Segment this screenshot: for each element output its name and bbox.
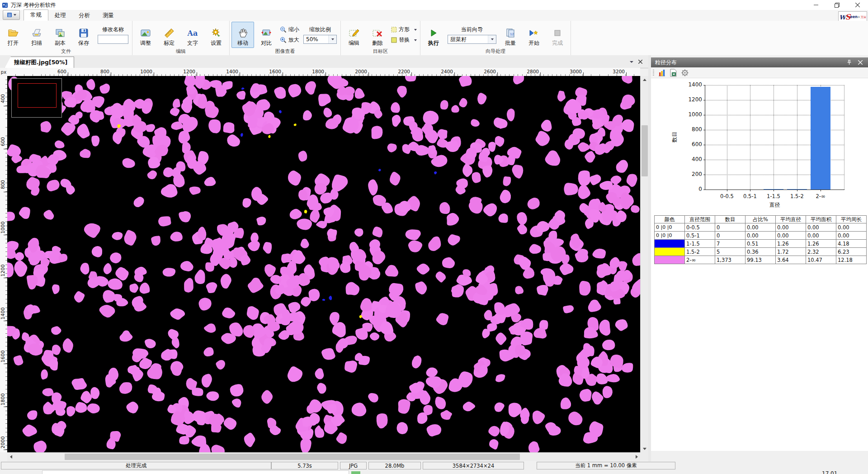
navigator-viewport-rect[interactable]: [18, 83, 57, 108]
hand-icon: [238, 27, 247, 39]
table-cell: 0.00: [745, 223, 776, 232]
close-button[interactable]: [847, 0, 868, 10]
scroll-left-button[interactable]: [7, 453, 14, 461]
v-ruler-label: 1200: [0, 261, 5, 280]
table-header-cell[interactable]: 平均直径: [776, 216, 806, 223]
table-cell: 0.00: [836, 223, 867, 232]
chart-gridline-v: [727, 85, 727, 190]
overview-navigator[interactable]: [11, 78, 62, 118]
h-ruler-tick: [326, 72, 326, 76]
chart-ytick-label: 0: [679, 186, 702, 192]
table-header-cell[interactable]: 颜色: [655, 216, 685, 223]
table-cell: 12.18: [836, 256, 867, 264]
tab-celiang[interactable]: 测量: [96, 10, 120, 21]
contrast-button[interactable]: 对比: [255, 22, 278, 48]
table-cell: 0: [715, 223, 745, 232]
move-button[interactable]: 移动: [231, 22, 254, 48]
table-header-cell[interactable]: 占比%: [745, 216, 776, 223]
horizontal-scroll-thumb[interactable]: [65, 454, 520, 460]
h-ruler-tick: [154, 72, 154, 76]
tab-chuli[interactable]: 处理: [48, 10, 72, 21]
horizontal-ruler: 6008001000120014001600180020002200240026…: [7, 68, 640, 76]
horizontal-scrollbar[interactable]: [7, 452, 640, 461]
h-ruler-label: 1400: [213, 69, 238, 74]
table-header-cell[interactable]: 数目: [715, 216, 745, 223]
open-button[interactable]: 打开: [2, 22, 24, 48]
document-tab[interactable]: 辣椒籽图.jpg[50%]: [5, 57, 74, 68]
pin-icon[interactable]: [847, 60, 852, 65]
v-ruler-label: 1600: [0, 347, 5, 365]
export-excel-button[interactable]: [670, 69, 677, 77]
replace-button[interactable]: 替换: [390, 36, 418, 45]
copy-images-icon: [55, 27, 66, 39]
clipped-white-area: [42, 470, 349, 474]
chart-ylabel: 数目: [671, 128, 677, 146]
batch-button[interactable]: 12 批量: [499, 22, 522, 48]
table-header-cell[interactable]: 平均面积: [806, 216, 836, 223]
chart-ytick-label: 1200: [679, 96, 702, 103]
chart-xtick-mark: [797, 190, 797, 191]
vertical-scroll-thumb[interactable]: [642, 125, 648, 176]
execute-button[interactable]: 执行: [422, 22, 445, 48]
scroll-down-button[interactable]: [641, 445, 649, 452]
table-header-cell[interactable]: 直径范围: [685, 216, 715, 223]
chart-type-button[interactable]: [658, 69, 666, 77]
table-row[interactable]: 0 |0 |00.5-100.000.000.000.00: [655, 232, 867, 240]
panel-close-icon[interactable]: [858, 60, 863, 65]
group-label-wizard: 向导处理: [422, 48, 569, 55]
table-cell: 3.64: [776, 256, 806, 264]
table-cell: 0.00: [806, 232, 836, 240]
rename-input[interactable]: [98, 35, 128, 44]
zoom-ratio-label: 缩放比例: [309, 26, 331, 33]
chart-settings-button[interactable]: [681, 69, 689, 77]
square-dashed-icon: [391, 27, 397, 33]
restore-icon: [835, 3, 840, 8]
app-menu-button[interactable]: [3, 10, 20, 20]
text-button[interactable]: Aa 文字: [181, 22, 204, 48]
save-button[interactable]: 保存: [72, 22, 95, 48]
h-ruler-label: 2400: [428, 69, 453, 74]
zoom-in-button[interactable]: 放大: [278, 36, 301, 45]
edit-target-button[interactable]: 编辑: [343, 22, 365, 48]
ribbon-tab-row: 常规 处理 分析 测量 WSeen®万深: [0, 10, 868, 21]
table-row[interactable]: 0 |0 |00-0.500.000.000.000.00: [655, 223, 867, 232]
settings-button[interactable]: 设置: [205, 22, 227, 48]
h-ruler-tick: [454, 72, 455, 76]
start-play-icon: [529, 27, 538, 39]
square-select-button[interactable]: 方形: [390, 25, 418, 34]
chart-gridline-v: [750, 85, 750, 190]
zoom-out-button[interactable]: 缩小: [278, 25, 301, 34]
tab-fenxi[interactable]: 分析: [72, 10, 96, 21]
zoom-ratio-combo[interactable]: 50%: [303, 35, 337, 44]
square-dropdown-icon[interactable]: [414, 29, 417, 31]
adjust-button[interactable]: 调整: [134, 22, 157, 48]
vertical-ruler: 400600800100012001400160018002000: [0, 76, 8, 452]
table-row[interactable]: 1.5-250.361.722.326.23: [655, 248, 867, 256]
scroll-right-button[interactable]: [633, 453, 640, 461]
vertical-scrollbar[interactable]: [640, 76, 649, 452]
calibrate-button[interactable]: 标定: [158, 22, 180, 48]
rename-label: 修改名称: [102, 26, 124, 33]
scan-button[interactable]: 扫描: [25, 22, 48, 48]
table-header-cell[interactable]: 平均周长: [836, 216, 867, 223]
close-icon: [638, 60, 642, 64]
delete-target-button[interactable]: 删除: [366, 22, 389, 48]
close-document-button[interactable]: [637, 58, 644, 66]
panel-title: 粒径分布: [655, 59, 677, 66]
table-row[interactable]: 1-1.570.511.261.264.18: [655, 240, 867, 248]
wizard-combo[interactable]: 甜菜籽: [448, 35, 496, 44]
chart-xtick-mark: [727, 190, 727, 191]
tab-list-dropdown-button[interactable]: [627, 58, 635, 66]
batch-pages-icon: 12: [505, 27, 515, 39]
minimize-button[interactable]: [806, 0, 826, 10]
chart-xtick-mark: [750, 190, 750, 191]
copy-button[interactable]: 副本: [49, 22, 71, 48]
table-row[interactable]: 2-∞1,37399.133.6410.4712.18: [655, 256, 867, 264]
tab-changgui[interactable]: 常规: [24, 9, 48, 21]
replace-dropdown-icon[interactable]: [414, 39, 417, 41]
restore-button[interactable]: [826, 0, 847, 10]
scroll-up-button[interactable]: [641, 76, 649, 83]
seed-image-canvas[interactable]: [7, 76, 640, 452]
start-button[interactable]: 开始: [523, 22, 545, 48]
panel-body: 02004006008001000120014000-0.50.5-11-1.5…: [651, 78, 868, 451]
